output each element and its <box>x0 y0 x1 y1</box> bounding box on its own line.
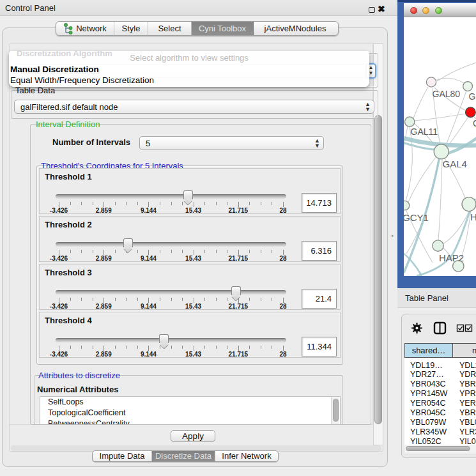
svg-text:H: H <box>470 211 476 222</box>
svg-text:G.: G. <box>469 91 476 102</box>
svg-text:HAP2: HAP2 <box>439 252 464 263</box>
svg-text:GAL11: GAL11 <box>411 127 438 137</box>
svg-text:GCY1: GCY1 <box>404 212 429 223</box>
svg-text:GAL80: GAL80 <box>433 89 461 99</box>
svg-text:C: C <box>473 118 476 128</box>
svg-text:GAL4: GAL4 <box>443 158 467 169</box>
